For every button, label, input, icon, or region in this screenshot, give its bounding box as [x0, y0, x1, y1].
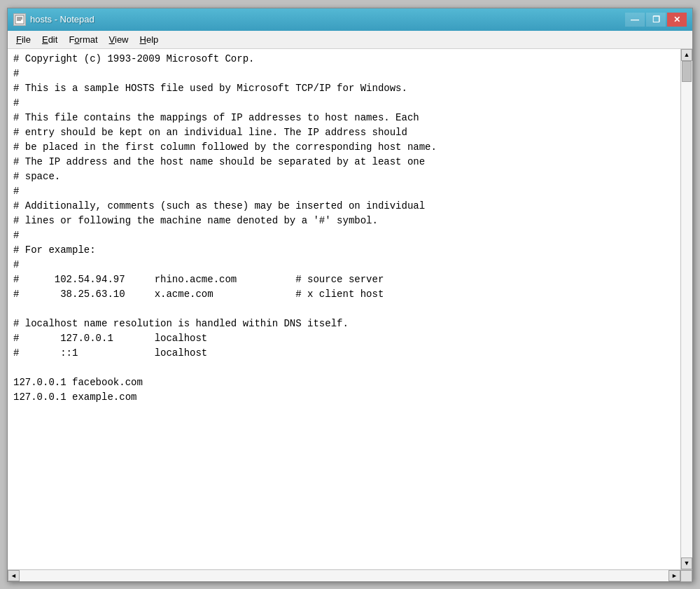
- menu-help[interactable]: Help: [134, 32, 164, 47]
- title-bar: hosts - Notepad — ❐ ✕: [8, 8, 692, 31]
- menu-edit[interactable]: Edit: [36, 32, 63, 47]
- menu-edit-label: Edit: [42, 34, 57, 45]
- title-bar-left: hosts - Notepad: [13, 13, 94, 26]
- window-title: hosts - Notepad: [30, 14, 94, 25]
- main-window: hosts - Notepad — ❐ ✕ File Edit Format V…: [7, 8, 693, 582]
- scroll-thumb[interactable]: [682, 61, 692, 82]
- content-area: ▲ ▼: [8, 49, 692, 569]
- horizontal-scrollbar: ◄ ►: [8, 569, 692, 581]
- menu-format-label: Format: [69, 34, 97, 45]
- scroll-track[interactable]: [681, 61, 692, 557]
- menu-file-label: File: [16, 34, 31, 45]
- close-button[interactable]: ✕: [667, 13, 687, 27]
- scroll-down-button[interactable]: ▼: [681, 557, 692, 569]
- menu-format[interactable]: Format: [63, 32, 103, 47]
- minimize-button[interactable]: —: [625, 13, 645, 27]
- scroll-right-button[interactable]: ►: [668, 570, 680, 581]
- app-icon: [13, 13, 26, 26]
- menu-help-label: Help: [140, 34, 159, 45]
- scrollbar-corner: [680, 570, 692, 582]
- menu-bar: File Edit Format View Help: [8, 31, 692, 49]
- menu-file[interactable]: File: [10, 32, 36, 47]
- menu-view-label: View: [109, 34, 129, 45]
- scroll-left-button[interactable]: ◄: [8, 570, 20, 581]
- menu-view[interactable]: View: [104, 32, 134, 47]
- scroll-up-button[interactable]: ▲: [681, 49, 692, 61]
- maximize-button[interactable]: ❐: [646, 13, 666, 27]
- vertical-scrollbar: ▲ ▼: [680, 49, 692, 569]
- h-scroll-track[interactable]: [20, 570, 668, 581]
- text-editor[interactable]: [8, 49, 680, 569]
- window-controls: — ❐ ✕: [625, 13, 687, 27]
- svg-rect-0: [15, 15, 24, 24]
